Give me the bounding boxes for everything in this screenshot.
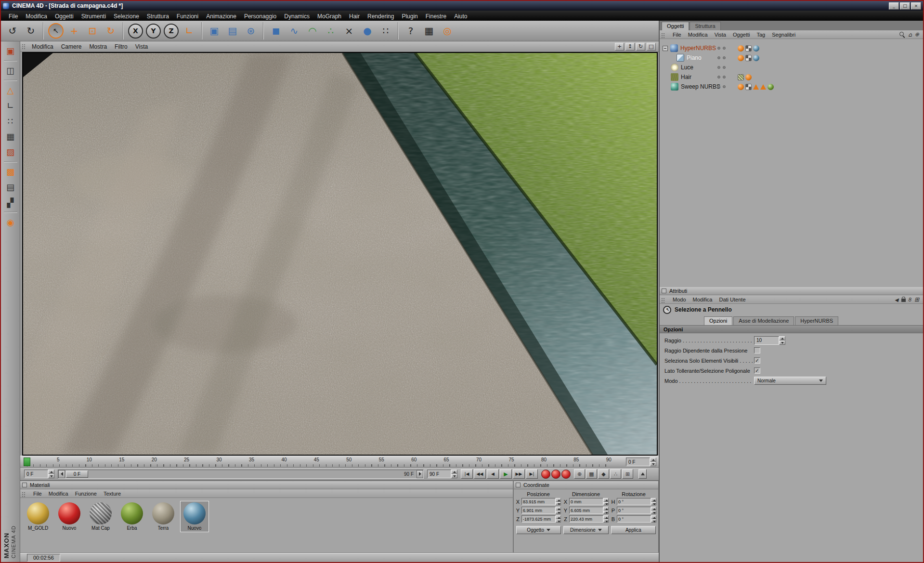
add-icon[interactable] — [915, 31, 919, 38]
autokey-button[interactable] — [551, 470, 560, 479]
menu-item[interactable]: Strumenti — [78, 12, 110, 21]
convert-mode-button[interactable]: ◫ — [3, 64, 18, 78]
previous-key-button[interactable]: ◀◀ — [474, 469, 486, 479]
spin-up-icon[interactable] — [651, 507, 656, 511]
dimension-x-value[interactable]: 0 mm — [569, 498, 603, 505]
history-back-icon[interactable] — [895, 297, 898, 302]
menu-item[interactable]: Finestre — [422, 12, 450, 21]
material-label[interactable]: Nuovo — [188, 525, 202, 531]
texture-tag-icon[interactable] — [753, 45, 759, 52]
material-preview-sphere[interactable] — [183, 502, 206, 524]
spin-up-icon[interactable] — [779, 336, 785, 340]
tab-oggetti[interactable]: Oggetti — [662, 22, 689, 30]
spin-up-icon[interactable] — [650, 458, 656, 462]
material-item[interactable]: Mat Cap — [87, 501, 115, 532]
orbit-view-icon[interactable]: ↻ — [636, 43, 645, 51]
spin-up-icon[interactable] — [603, 498, 609, 502]
position-y-value[interactable]: 6.901 mm — [521, 507, 556, 514]
tab-hypernurbs[interactable]: HyperNURBS — [795, 316, 838, 325]
spin-up-icon[interactable] — [603, 515, 609, 519]
key-toggle-icon[interactable]: ⊞ — [622, 469, 633, 479]
add-cube-button[interactable]: ◼ — [267, 22, 285, 39]
timeline-ruler[interactable]: 051015202530354045505560657075808590 0 F — [20, 456, 659, 468]
spin-down-icon[interactable] — [603, 519, 609, 523]
menu-item[interactable]: Dynamics — [280, 12, 313, 21]
material-preview-sphere[interactable] — [58, 502, 80, 524]
raggio-value[interactable]: 10 — [754, 336, 779, 345]
object-label[interactable]: Hair — [681, 74, 691, 80]
live-selection-tool[interactable]: ↖ — [48, 23, 64, 39]
viewport-menu-item[interactable]: Vista — [131, 42, 152, 51]
texture-tag-icon[interactable] — [753, 55, 759, 61]
selection-tag-icon[interactable] — [753, 84, 759, 90]
xpresso-button[interactable]: ▦ — [420, 22, 438, 39]
menu-item[interactable]: Selezione — [110, 12, 143, 21]
coordinate-system-button[interactable]: ∟ — [181, 22, 198, 39]
apply-button[interactable]: Applica — [611, 526, 656, 534]
spin-down-icon[interactable] — [651, 502, 656, 506]
phong-tag-icon[interactable] — [745, 74, 752, 80]
spin-down-icon[interactable] — [650, 462, 656, 466]
dimension-y-value[interactable]: 6.605 mm — [569, 507, 603, 514]
redo-button[interactable]: ↻ — [22, 22, 39, 39]
object-mode-dropdown[interactable]: Oggetto — [516, 526, 561, 534]
position-x-value[interactable]: 83.915 mm — [521, 498, 556, 505]
phong-tag-icon[interactable] — [738, 84, 744, 90]
infinity-icon[interactable] — [909, 297, 911, 302]
lock-x-axis-button[interactable]: X — [128, 24, 143, 39]
points-mode-button[interactable]: ∷ — [3, 114, 18, 128]
next-key-button[interactable]: ▶▶ — [513, 469, 525, 479]
material-item[interactable]: Erba — [118, 501, 146, 532]
materials-menu-item[interactable]: Texture — [100, 490, 124, 497]
spin-down-icon[interactable] — [651, 519, 656, 523]
uv-mode-button[interactable]: ▞ — [3, 196, 18, 209]
polygons-mode-button[interactable]: ▨ — [3, 145, 18, 159]
material-item-selected[interactable]: Nuovo — [181, 501, 208, 532]
phong-tag-icon[interactable] — [738, 55, 744, 61]
dimension-z-value[interactable]: 220.43 mm — [569, 515, 603, 523]
close-button[interactable]: × — [911, 2, 921, 10]
material-item[interactable]: Terra — [149, 501, 177, 532]
layout-grid-icon[interactable] — [914, 296, 919, 303]
spin-down-icon[interactable] — [779, 340, 785, 345]
compositing-tag-icon[interactable] — [745, 55, 752, 61]
visibility-dots-icon[interactable] — [717, 56, 726, 59]
material-preview-sphere[interactable] — [121, 502, 143, 524]
spin-down-icon[interactable] — [651, 511, 656, 514]
add-array-button[interactable]: ∴ — [322, 22, 339, 39]
materials-menu-item[interactable]: File — [30, 490, 45, 497]
material-preview-sphere[interactable] — [27, 502, 49, 524]
materials-menu-item[interactable]: Modifica — [45, 490, 72, 497]
object-manager-menu-item[interactable]: Tag — [753, 31, 768, 38]
phong-tag-icon[interactable] — [738, 45, 744, 52]
compositing-tag-icon[interactable] — [745, 45, 752, 52]
texture-mode-button[interactable]: ▩ — [3, 165, 18, 179]
menu-item[interactable]: Oggetti — [51, 12, 78, 21]
render-view-button[interactable]: ▣ — [206, 22, 223, 39]
spin-down-icon[interactable] — [556, 511, 561, 514]
add-environment-button[interactable]: ● — [359, 22, 376, 39]
search-icon[interactable] — [899, 31, 905, 38]
menu-item[interactable]: File — [5, 12, 22, 21]
grip-handle-icon[interactable] — [661, 298, 665, 303]
render-settings-button[interactable]: ⊛ — [242, 22, 260, 39]
scale-tool[interactable]: ⊡ — [84, 22, 101, 39]
mocca-button[interactable]: ◎ — [439, 22, 456, 39]
visibility-dots-icon[interactable] — [717, 66, 726, 69]
slider-right-arrow-icon[interactable] — [416, 470, 423, 478]
spin-up-icon[interactable] — [556, 515, 561, 519]
record-options-button[interactable] — [561, 470, 571, 479]
menu-item[interactable]: Personaggio — [240, 12, 280, 21]
rotation-b-value[interactable]: 0 ° — [617, 515, 651, 523]
panel-box-icon[interactable] — [662, 288, 666, 293]
visibili-checkbox[interactable]: ✓ — [754, 357, 760, 364]
spin-up-icon[interactable] — [651, 515, 656, 519]
spin-down-icon[interactable] — [556, 519, 561, 523]
visibility-dots-icon[interactable] — [717, 76, 726, 79]
menu-item[interactable]: Aiuto — [450, 12, 471, 21]
goto-end-button[interactable]: ▶| — [526, 469, 538, 479]
spin-down-icon[interactable] — [48, 474, 54, 478]
rotation-p-value[interactable]: 0 ° — [617, 507, 651, 514]
material-label[interactable]: Erba — [127, 525, 137, 531]
key-toggle-icon[interactable]: ▦ — [586, 469, 597, 479]
